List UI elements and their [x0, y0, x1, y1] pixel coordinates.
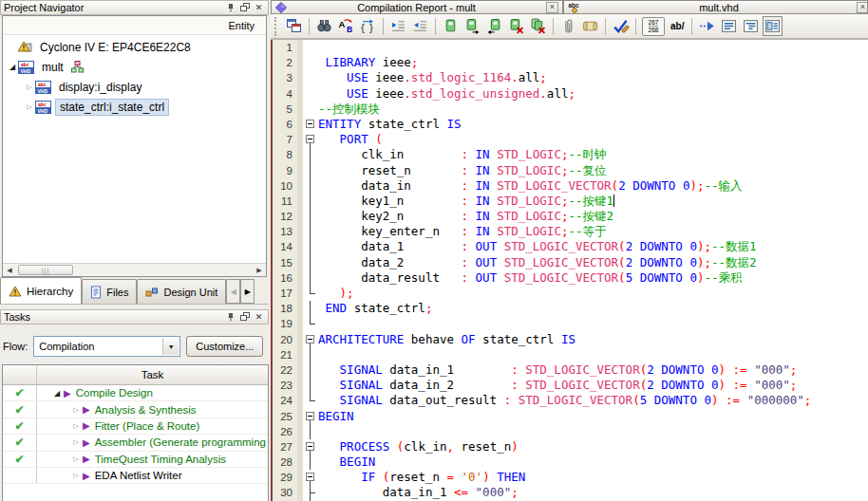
code-line[interactable]: 1: [273, 40, 868, 55]
match-delimiter-icon[interactable]: {}: [358, 16, 378, 36]
decrease-indent-icon[interactable]: [410, 16, 430, 36]
task-expander-icon[interactable]: ▷: [71, 455, 81, 463]
task-column-header[interactable]: Task: [37, 365, 268, 384]
tree-item-mult[interactable]: ◢abcVHDmult: [3, 57, 266, 77]
tree-expander-icon[interactable]: ▷: [24, 103, 35, 111]
outline-view-icon[interactable]: [763, 16, 783, 36]
tree-item-state-ctrl-i-state-ctrl[interactable]: ▷abcVHDstate_ctrl:i_state_ctrl: [3, 97, 266, 117]
task-expander-icon[interactable]: ◢: [52, 389, 62, 398]
code-line[interactable]: 27 PROCESS (clk_in, reset_n): [273, 439, 868, 455]
code-line[interactable]: 5--控制模块: [273, 102, 868, 117]
run-task-icon[interactable]: ▶: [83, 454, 90, 464]
code-line[interactable]: 15 data_2 : OUT STD_LOGIC_VECTOR(2 DOWNT…: [273, 255, 868, 270]
code-line[interactable]: 24 SIGNAL data_out_result : STD_LOGIC_VE…: [273, 393, 868, 408]
code-line[interactable]: 10 data_in : IN STD_LOGIC_VECTOR(2 DOWNT…: [273, 178, 868, 194]
tab-design-unit[interactable]: Design Unit: [137, 279, 226, 304]
code-line[interactable]: 3 USE ieee.std_logic_1164.all;: [273, 70, 868, 85]
fold-toggle-icon[interactable]: [303, 117, 318, 132]
tab-scroll-right-icon[interactable]: ▶: [240, 279, 255, 304]
task-expander-icon[interactable]: ▷: [71, 438, 81, 446]
float-icon[interactable]: [238, 2, 251, 13]
pin-icon[interactable]: [224, 311, 236, 323]
run-task-icon[interactable]: ▶: [83, 404, 90, 415]
float-icon[interactable]: [238, 311, 251, 323]
tree-horizontal-scrollbar[interactable]: ◀ ||| ▶: [3, 263, 266, 276]
task-expander-icon[interactable]: ▷: [71, 422, 81, 430]
code-line[interactable]: 4 USE ieee.std_logic_unsigned.all;: [273, 86, 868, 102]
previous-bookmark-icon[interactable]: [484, 16, 504, 36]
tab-hierarchy[interactable]: Hierarchy: [0, 277, 82, 304]
tree-expander-icon[interactable]: ◢: [7, 63, 18, 71]
fold-toggle-icon[interactable]: [303, 439, 318, 455]
code-line[interactable]: 8 clk_in : IN STD_LOGIC;--时钟: [273, 147, 868, 162]
remove-all-bookmarks-icon[interactable]: [528, 16, 548, 36]
code-line[interactable]: 25BEGIN: [273, 409, 868, 424]
cascade-windows-icon[interactable]: [284, 16, 304, 36]
scroll-left-icon[interactable]: ◀: [3, 267, 16, 274]
code-line[interactable]: 19: [273, 316, 868, 331]
fold-toggle-icon[interactable]: [303, 132, 318, 147]
macro-icon[interactable]: [580, 16, 600, 36]
fold-toggle-icon[interactable]: [303, 409, 318, 424]
spell-check-icon[interactable]: [611, 16, 631, 36]
task-row-compile-design[interactable]: ✔◢▶Compile Design: [3, 385, 268, 401]
replace-icon[interactable]: AB: [336, 16, 356, 36]
run-task-icon[interactable]: ▶: [83, 420, 90, 431]
comment-ab-icon[interactable]: ab/: [670, 21, 684, 31]
goto-arrow-icon[interactable]: [697, 16, 717, 36]
document-tab-compilation-report-mult[interactable]: Compilation Report - mult×: [271, 0, 563, 14]
indent-view-icon[interactable]: [741, 16, 761, 36]
task-row-assembler-generate-programming[interactable]: ✔▷▶Assembler (Generate programming: [3, 435, 268, 451]
task-row-analysis-synthesis[interactable]: ✔▷▶Analysis & Synthesis: [3, 401, 268, 418]
customize-button[interactable]: Customize...: [186, 336, 263, 357]
code-line[interactable]: 12 key2_n : IN STD_LOGIC;--按键2: [273, 209, 868, 224]
task-row-eda-netlist-writer[interactable]: ▷▶EDA Netlist Writer: [3, 468, 268, 484]
run-task-icon[interactable]: ▶: [83, 471, 90, 481]
code-line[interactable]: 18 END state_ctrl;: [273, 301, 868, 316]
code-editor[interactable]: 12 LIBRARY ieee;3 USE ieee.std_logic_116…: [271, 40, 868, 501]
code-line[interactable]: 14 data_1 : OUT STD_LOGIC_VECTOR(2 DOWNT…: [273, 239, 868, 254]
flow-select[interactable]: Compilation ▼: [33, 336, 180, 357]
task-expander-icon[interactable]: ▷: [71, 472, 81, 479]
remove-bookmark-icon[interactable]: [506, 16, 526, 36]
chevron-down-icon[interactable]: ▼: [162, 338, 179, 355]
scroll-thumb[interactable]: |||: [18, 265, 73, 275]
code-line[interactable]: 30 data_in_1 <= "000";: [273, 485, 868, 500]
tree-expander-icon[interactable]: ▷: [24, 84, 35, 91]
run-task-icon[interactable]: ▶: [64, 388, 71, 399]
close-tab-icon[interactable]: ×: [857, 2, 868, 13]
toolbar-drag-handle[interactable]: [274, 17, 279, 36]
scroll-right-icon[interactable]: ▶: [253, 267, 266, 274]
tab-files[interactable]: Files: [82, 279, 137, 304]
close-icon[interactable]: ✕: [253, 311, 265, 323]
code-line[interactable]: 21: [273, 347, 868, 362]
code-line[interactable]: 11 key1_n : IN STD_LOGIC;--按键1: [273, 194, 868, 209]
tree-item-display-i-display[interactable]: ▷abcVHDdisplay:i_display: [3, 77, 266, 97]
tree-item-cyclone-iv-e-ep4ce6e22c8[interactable]: Cyclone IV E: EP4CE6E22C8: [3, 37, 266, 57]
run-task-icon[interactable]: ▶: [83, 437, 90, 448]
code-line[interactable]: 6ENTITY state_ctrl IS: [273, 117, 868, 132]
next-bookmark-icon[interactable]: [462, 16, 482, 36]
code-line[interactable]: 23 SIGNAL data_in_2 : STD_LOGIC_VECTOR(2…: [273, 378, 868, 393]
code-line[interactable]: 17 );: [273, 286, 868, 301]
code-line[interactable]: 20ARCHITECTURE behave OF state_ctrl IS: [273, 332, 868, 347]
code-line[interactable]: 29 IF (reset_n = '0') THEN: [273, 470, 868, 485]
fold-toggle-icon[interactable]: [303, 332, 318, 347]
find-icon[interactable]: [314, 16, 334, 36]
align-view-icon[interactable]: [719, 16, 739, 36]
increase-indent-icon[interactable]: [388, 16, 408, 36]
code-line[interactable]: 28 BEGIN: [273, 455, 868, 470]
code-line[interactable]: 2 LIBRARY ieee;: [273, 55, 868, 70]
insert-template-icon[interactable]: [558, 16, 578, 36]
close-icon[interactable]: ✕: [253, 2, 265, 13]
entity-column-header[interactable]: Entity: [3, 16, 266, 35]
code-line[interactable]: 16 data_result : OUT STD_LOGIC_VECTOR(5 …: [273, 270, 868, 286]
line-count-badge[interactable]: 267268: [642, 17, 665, 36]
tab-scroll-left-icon[interactable]: ◀: [226, 279, 240, 304]
task-row-fitter-place-route-[interactable]: ✔▷▶Fitter (Place & Route): [3, 418, 268, 435]
task-expander-icon[interactable]: ▷: [71, 406, 81, 414]
close-tab-icon[interactable]: ×: [546, 2, 558, 13]
code-line[interactable]: 13 key_enter_n : IN STD_LOGIC;--等于: [273, 224, 868, 239]
fold-toggle-icon[interactable]: [303, 470, 318, 485]
code-line[interactable]: 26: [273, 424, 868, 439]
